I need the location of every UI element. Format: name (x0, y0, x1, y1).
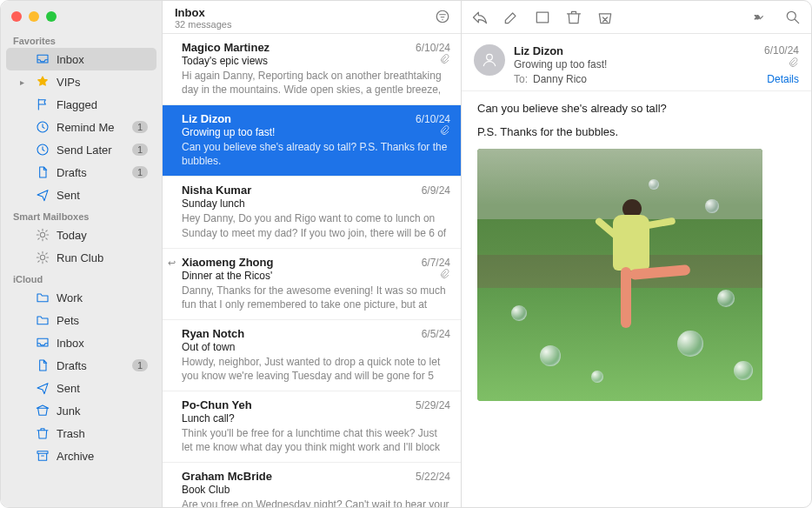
sidebar-item-ic-drafts[interactable]: Drafts1 (6, 354, 156, 377)
message-list[interactable]: Magico Martinez6/10/24Today's epic views… (163, 34, 461, 507)
message-subject: Dinner at the Ricos' (182, 270, 435, 282)
sidebar-item-remind-me[interactable]: Remind Me1 (6, 116, 156, 138)
sidebar-item-drafts[interactable]: Drafts1 (6, 161, 156, 184)
plane-icon (36, 381, 50, 395)
message-date: 6/7/24 (422, 257, 450, 269)
compose-button[interactable] (502, 8, 521, 27)
message-subject: Lunch call? (182, 412, 450, 424)
sidebar-item-sent[interactable]: Sent (6, 184, 156, 206)
mail-window: FavoritesInbox▸VIPsFlaggedRemind Me1Send… (0, 0, 812, 508)
message-row[interactable]: Ryan Notch6/5/24Out of townHowdy, neighb… (163, 320, 461, 391)
sidebar-item-label: Work (57, 291, 148, 304)
message-date: 6/10/24 (416, 42, 450, 54)
star-icon (36, 75, 50, 89)
sidebar-item-ic-inbox[interactable]: Inbox (6, 331, 156, 354)
zoom-window-button[interactable] (46, 11, 57, 22)
message-date: 6/9/24 (422, 184, 450, 197)
message-sender: Magico Martinez (182, 41, 410, 54)
message-row[interactable]: Po-Chun Yeh5/29/24Lunch call?Think you'l… (163, 391, 461, 463)
sidebar-item-inbox[interactable]: Inbox (6, 48, 156, 70)
sidebar-item-label: Flagged (57, 98, 148, 111)
sidebar-item-count: 1 (132, 144, 148, 156)
minimize-window-button[interactable] (29, 11, 39, 22)
message-date: 6/5/24 (422, 328, 450, 340)
folder-icon (36, 291, 50, 304)
message-sender: Po-Chun Yeh (182, 398, 410, 411)
archive-button[interactable] (533, 8, 552, 27)
sidebar-item-label: Sent (57, 382, 148, 395)
message-list-pane: Inbox 32 messages Magico Martinez6/10/24… (163, 1, 462, 507)
message-row[interactable]: Liz Dizon6/10/24Growing up too fast!Can … (163, 105, 461, 177)
sidebar-item-label: Drafts (57, 166, 125, 179)
sidebar-item-send-later[interactable]: Send Later1 (6, 138, 156, 161)
message-preview: Are you free on Wednesday night? Can't w… (182, 498, 450, 507)
message-subject: Sunday lunch (182, 197, 450, 210)
tray-icon (36, 52, 50, 66)
message-preview: Hi again Danny, Reporting back on anothe… (182, 69, 450, 96)
close-window-button[interactable] (11, 11, 22, 22)
svg-text:»: » (755, 10, 761, 22)
message-body: Can you believe she's already so tall? P… (462, 91, 811, 507)
message-subject: Book Club (182, 484, 450, 496)
sidebar-item-label: Archive (57, 450, 148, 463)
message-sender: Xiaomeng Zhong (182, 256, 416, 269)
message-sender: Graham McBride (182, 470, 410, 483)
message-row[interactable]: Magico Martinez6/10/24Today's epic views… (163, 34, 461, 105)
message-row[interactable]: Graham McBride5/22/24Book ClubAre you fr… (163, 463, 461, 507)
reading-pane: » Liz Dizon 6/10/24 Growing up too fast! (462, 1, 811, 507)
chevron-right-icon: ▸ (20, 77, 29, 87)
message-preview: Danny, Thanks for the awesome evening! I… (182, 284, 450, 311)
sidebar-item-trash[interactable]: Trash (6, 422, 156, 444)
reader-toolbar: » (462, 1, 811, 34)
sidebar-item-today[interactable]: Today (6, 224, 156, 246)
sidebar-item-label: Send Later (57, 144, 125, 157)
sidebar-item-label: Run Club (57, 251, 148, 264)
sidebar-item-label: Trash (57, 427, 148, 440)
message-attachment-image[interactable] (477, 149, 762, 401)
delete-button[interactable] (564, 8, 583, 27)
archive-icon (36, 449, 50, 463)
sidebar-item-work[interactable]: Work (6, 286, 156, 309)
message-date: 5/22/24 (416, 471, 450, 483)
message-list-header: Inbox 32 messages (163, 1, 461, 34)
mailbox-count: 32 messages (175, 19, 435, 30)
sidebar-item-count: 1 (132, 166, 148, 178)
to-recipient: Danny Rico (533, 73, 587, 85)
junk-button[interactable] (596, 8, 615, 27)
sidebar-item-ic-sent[interactable]: Sent (6, 377, 156, 399)
sidebar-item-flagged[interactable]: Flagged (6, 93, 156, 116)
sidebar-item-label: Inbox (57, 337, 148, 350)
sidebar-section-label: iCloud (1, 269, 162, 286)
message-header: Liz Dizon 6/10/24 Growing up too fast! T… (462, 34, 811, 91)
sender-avatar (474, 44, 505, 76)
more-button[interactable]: » (752, 8, 771, 27)
sidebar-item-label: Sent (57, 189, 148, 202)
message-sender: Nisha Kumar (182, 184, 416, 197)
search-button[interactable] (783, 8, 802, 27)
folder-icon (36, 313, 50, 327)
plane-icon (36, 188, 50, 202)
message-row[interactable]: Nisha Kumar6/9/24Sunday lunchHey Danny, … (163, 177, 461, 248)
sidebar-item-archive[interactable]: Archive (6, 444, 156, 467)
flag-icon (36, 97, 50, 111)
reply-button[interactable] (470, 8, 489, 27)
sidebar-section-label: Smart Mailboxes (1, 206, 162, 224)
tray-icon (36, 336, 50, 350)
mailbox-title: Inbox (175, 6, 435, 19)
to-label: To: (514, 73, 528, 85)
junk-icon (36, 404, 50, 418)
sidebar-item-label: Remind Me (57, 121, 125, 134)
message-subject: Today's epic views (182, 55, 435, 67)
sidebar-item-vips[interactable]: ▸VIPs (6, 70, 156, 93)
message-preview: Think you'll be free for a lunchtime cha… (182, 426, 450, 453)
message-date: 6/10/24 (416, 113, 450, 125)
details-link[interactable]: Details (767, 73, 799, 85)
doc-icon (36, 165, 50, 179)
sidebar-item-pets[interactable]: Pets (6, 309, 156, 331)
sidebar-item-junk[interactable]: Junk (6, 399, 156, 422)
sidebar-item-run-club[interactable]: Run Club (6, 246, 156, 269)
filter-button[interactable] (435, 9, 450, 27)
gear-icon (36, 251, 50, 264)
message-sender: Liz Dizon (182, 112, 410, 125)
message-row[interactable]: ↩Xiaomeng Zhong6/7/24Dinner at the Ricos… (163, 249, 461, 320)
